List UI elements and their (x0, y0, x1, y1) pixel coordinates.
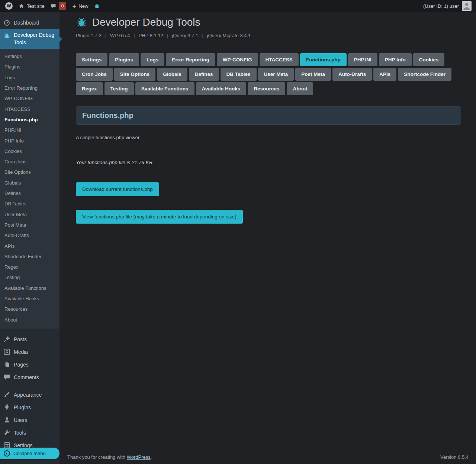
meta-jquery-version: jQuery 3.7.1 (172, 33, 198, 38)
meta-separator: | (202, 33, 203, 38)
comment-count-badge: 0 (59, 2, 67, 10)
submenu-item-wp-config[interactable]: WP-CONFIG (0, 93, 60, 104)
tab-apis[interactable]: APIs (373, 68, 396, 81)
tab-php-info[interactable]: PHP Info (379, 53, 412, 66)
submenu-item-post-meta[interactable]: Post Meta (0, 220, 60, 230)
view-functions-button[interactable]: View functions.php file (may take a minu… (76, 210, 243, 224)
sidebar-item-comments[interactable]: Comments (0, 371, 60, 384)
submenu-item-php-info[interactable]: PHP Info (0, 136, 60, 146)
submenu-item-about[interactable]: About (0, 315, 60, 325)
submenu-item-available-functions[interactable]: Available Functions (0, 283, 60, 294)
submenu-item-testing[interactable]: Testing (0, 272, 60, 283)
submenu-item-resources[interactable]: Resources (0, 304, 60, 314)
submenu-item-cookies[interactable]: Cookies (0, 146, 60, 157)
tab-settings[interactable]: Settings (76, 53, 107, 66)
submenu-item-plugins[interactable]: Plugins (0, 62, 60, 72)
tab-php-ini[interactable]: PHP.INI (348, 53, 377, 66)
submenu-item-auto-drafts[interactable]: Auto-Drafts (0, 230, 60, 241)
tab-about[interactable]: About (287, 82, 313, 95)
tab-regex[interactable]: Regex (76, 82, 103, 95)
submenu-item-logs[interactable]: Logs (0, 73, 60, 83)
sidebar-item-media[interactable]: Media (0, 346, 60, 358)
tab-testing[interactable]: Testing (104, 82, 134, 95)
tab-plugins[interactable]: Plugins (109, 53, 139, 66)
footer-version: Version 6.5.4 (440, 454, 469, 460)
submenu-item-defines[interactable]: Defines (0, 188, 60, 199)
submenu-item-functions-php[interactable]: Functions.php (0, 115, 60, 125)
submenu-item-cron-jobs[interactable]: Cron Jobs (0, 157, 60, 167)
sidebar-item-label: Posts (14, 336, 27, 342)
debug-tools-adminbar-shortcut[interactable] (91, 0, 103, 12)
sidebar-item-label: Tools (14, 430, 26, 436)
footer-period: . (151, 454, 152, 460)
new-label: New (78, 3, 88, 9)
tab-db-tables[interactable]: DB Tables (221, 68, 257, 81)
sidebar-item-pages[interactable]: Pages (0, 358, 60, 371)
tab-cookies[interactable]: Cookies (413, 53, 445, 66)
submenu-item-settings[interactable]: Settings (0, 51, 60, 62)
bug-icon (94, 3, 100, 9)
submenu-item-php-ini[interactable]: PHP.INI (0, 125, 60, 135)
tab-functions-php[interactable]: Functions.php (300, 53, 347, 66)
footer-thanks: Thank you for creating with WordPress. (67, 454, 152, 460)
admin-sidebar: Dashboard Developer Debug Tools Settings… (0, 12, 60, 464)
submenu-item-available-hooks[interactable]: Available Hooks (0, 294, 60, 304)
sidebar-item-developer-debug-tools[interactable]: Developer Debug Tools (0, 29, 60, 49)
avatar[interactable] (462, 1, 472, 11)
submenu-item-apis[interactable]: APIs (0, 241, 60, 252)
tab-defines[interactable]: Defines (189, 68, 219, 81)
comments-link[interactable]: 0 (48, 0, 70, 12)
tab-globals[interactable]: Globals (157, 68, 187, 81)
submenu-item-htaccess[interactable]: HTACCESS (0, 104, 60, 115)
tab-site-options[interactable]: Site Options (114, 68, 156, 81)
tab-logs[interactable]: Logs (141, 53, 164, 66)
tab-shortcode-finder[interactable]: Shortcode Finder (398, 68, 451, 81)
tab-cron-jobs[interactable]: Cron Jobs (76, 68, 113, 81)
submenu-item-globals[interactable]: Globals (0, 178, 60, 188)
functions-php-panel: Functions.php A simple functions.php vie… (76, 106, 461, 224)
meta-wp-version: WP 6.5.4 (110, 33, 130, 38)
tab-htaccess[interactable]: HTACCESS (260, 53, 299, 66)
submenu-item-regex[interactable]: Regex (0, 262, 60, 272)
user-account-label[interactable]: (User ID: 1) user (423, 3, 459, 9)
wordpress-link[interactable]: WordPress (127, 454, 151, 460)
tab-available-functions[interactable]: Available Functions (135, 82, 194, 95)
comment-bubble-icon (3, 374, 10, 381)
site-name-link[interactable]: Test site (16, 0, 48, 12)
tab-auto-drafts[interactable]: Auto-Drafts (332, 68, 372, 81)
wp-logo-menu[interactable]: W (2, 0, 16, 12)
panel-description: A simple functions.php viewer. (76, 135, 461, 140)
avatar-image (462, 1, 472, 11)
sidebar-item-tools[interactable]: Tools (0, 426, 60, 439)
tab-user-meta[interactable]: User Meta (258, 68, 294, 81)
tab-post-meta[interactable]: Post Meta (295, 68, 331, 81)
main-content: Developer Debug Tools Plugin 1.7.3 | WP … (60, 0, 476, 452)
submenu-item-shortcode-finder[interactable]: Shortcode Finder (0, 252, 60, 262)
divider (76, 147, 461, 147)
tab-row: Cron Jobs Site Options Globals Defines D… (76, 68, 461, 81)
comment-bubble-icon (51, 3, 56, 9)
panel-title: Functions.php (76, 106, 461, 125)
sidebar-item-posts[interactable]: Posts (0, 333, 60, 346)
tab-error-reporting[interactable]: Error Reporting (166, 53, 215, 66)
submenu-item-db-tables[interactable]: DB Tables (0, 199, 60, 209)
download-functions-button[interactable]: Download current functions.php (76, 182, 159, 196)
version-meta: Plugin 1.7.3 | WP 6.5.4 | PHP 8.1.12 | j… (76, 33, 461, 38)
submenu-item-error-reporting[interactable]: Error Reporting (0, 83, 60, 93)
tab-wp-config[interactable]: WP-CONFIG (217, 53, 258, 66)
tab-available-hooks[interactable]: Available Hooks (196, 82, 247, 95)
sidebar-item-label: Media (14, 349, 28, 355)
users-icon (3, 416, 10, 423)
submenu-item-site-options[interactable]: Site Options (0, 167, 60, 177)
sidebar-item-dashboard[interactable]: Dashboard (0, 16, 60, 29)
sidebar-item-plugins[interactable]: Plugins (0, 401, 60, 414)
new-content-button[interactable]: New (69, 0, 91, 12)
sidebar-item-users[interactable]: Users (0, 414, 60, 426)
submenu-item-user-meta[interactable]: User Meta (0, 209, 60, 220)
tab-resources[interactable]: Resources (248, 82, 285, 95)
admin-footer: Thank you for creating with WordPress. V… (67, 454, 469, 460)
sidebar-item-appearance[interactable]: Appearance (0, 388, 60, 401)
pages-icon (3, 361, 10, 368)
footer-thanks-text: Thank you for creating with (67, 454, 125, 460)
collapse-menu-button[interactable]: Collapse menu (0, 448, 60, 459)
